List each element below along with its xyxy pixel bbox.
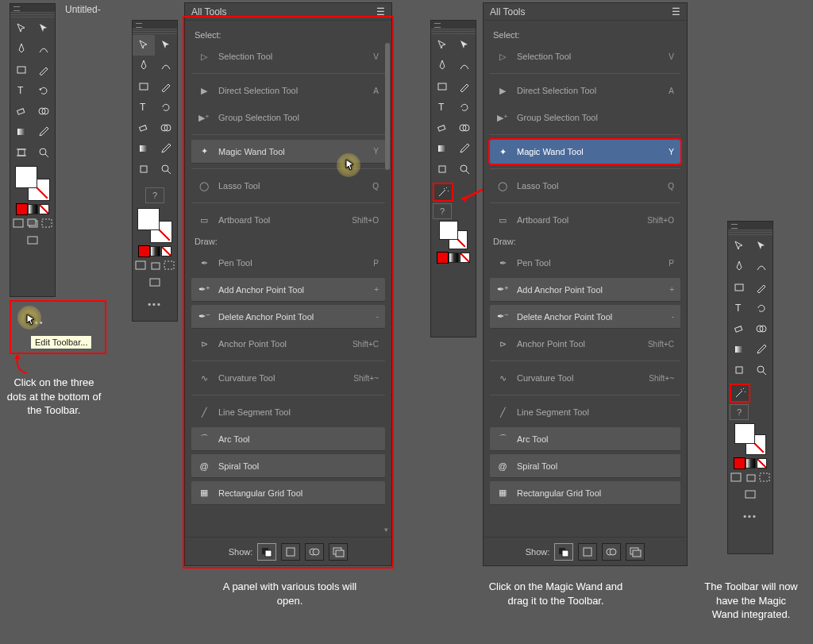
fill-swatch[interactable] (734, 423, 755, 444)
rectangle-tool[interactable] (431, 76, 453, 97)
document-tab[interactable]: Untitled- (59, 2, 107, 17)
none-mode[interactable] (460, 253, 470, 263)
gradient-tool[interactable] (10, 121, 33, 142)
draw-behind[interactable] (26, 218, 40, 229)
show-fill-stroke[interactable] (554, 543, 573, 561)
draw-normal[interactable] (12, 218, 25, 229)
pen-tool[interactable] (133, 56, 155, 76)
draw-behind[interactable] (148, 260, 162, 271)
draw-normal[interactable] (730, 472, 743, 483)
show-screen-mode[interactable] (626, 543, 645, 561)
fill-swatch[interactable] (439, 221, 458, 240)
placeholder-tool[interactable]: ? (433, 203, 452, 219)
none-mode[interactable] (757, 458, 767, 469)
tool-curvature[interactable]: ∿Curvature ToolShift+~ (490, 366, 680, 390)
gradient-mode[interactable] (150, 246, 160, 256)
rotate-tool[interactable] (453, 97, 476, 118)
paintbrush-tool[interactable] (453, 76, 476, 97)
tool-rect-grid[interactable]: ▦Rectangular Grid Tool (490, 481, 680, 505)
panel-menu-icon[interactable]: ☰ (672, 6, 680, 17)
direct-selection-tool[interactable] (33, 18, 55, 39)
zoom-tool[interactable] (33, 142, 55, 163)
draw-inside[interactable] (163, 260, 176, 271)
zoom-tool[interactable] (155, 159, 177, 179)
artboard-tool[interactable] (10, 142, 33, 163)
placeholder-tool[interactable]: ? (730, 404, 749, 420)
eyedropper-tool[interactable] (750, 339, 773, 360)
color-mode[interactable] (734, 458, 745, 469)
draw-normal[interactable] (433, 266, 446, 277)
curvature-tool[interactable] (453, 56, 476, 76)
selection-tool[interactable] (431, 35, 453, 56)
direct-selection-tool[interactable] (453, 35, 476, 56)
paintbrush-tool[interactable] (155, 76, 177, 97)
tool-delete-anchor[interactable]: ✒⁻Delete Anchor Point Tool- (490, 305, 680, 329)
pen-tool[interactable] (431, 56, 453, 76)
tool-add-anchor[interactable]: ✒⁺Add Anchor Point Tool+ (490, 278, 680, 302)
eyedropper-tool[interactable] (155, 138, 177, 159)
none-mode[interactable] (161, 246, 171, 256)
direct-selection-tool[interactable] (155, 35, 177, 56)
shapebuilder-tool[interactable] (155, 118, 177, 138)
draw-inside[interactable] (40, 218, 54, 229)
type-tool[interactable]: T (431, 97, 453, 118)
show-color[interactable] (578, 543, 597, 561)
shapebuilder-tool[interactable] (33, 101, 55, 121)
rotate-tool[interactable] (33, 80, 55, 101)
eraser-tool[interactable] (10, 101, 33, 121)
gradient-mode[interactable] (449, 253, 459, 263)
tool-pen[interactable]: ✒Pen ToolP (490, 251, 680, 275)
draw-inside[interactable] (758, 472, 772, 483)
gradient-tool[interactable] (133, 138, 155, 159)
tool-anchor-point[interactable]: ⊳Anchor Point ToolShift+C (490, 332, 680, 356)
gradient-tool[interactable] (431, 138, 453, 159)
draw-inside[interactable] (461, 266, 475, 277)
eyedropper-tool[interactable] (33, 121, 55, 142)
rectangle-tool[interactable] (133, 76, 155, 97)
screen-mode[interactable] (744, 488, 757, 502)
gradient-tool[interactable] (728, 339, 750, 360)
magic-wand-tool[interactable] (730, 384, 750, 403)
selection-tool[interactable] (728, 236, 750, 256)
selection-tool[interactable] (133, 35, 155, 56)
draw-normal[interactable] (134, 260, 148, 271)
eraser-tool[interactable] (133, 118, 155, 138)
curvature-tool[interactable] (155, 56, 177, 76)
toolbar-grip[interactable] (133, 29, 177, 35)
eyedropper-tool[interactable] (453, 138, 476, 159)
curvature-tool[interactable] (750, 256, 773, 277)
panel-collapse[interactable] (728, 222, 773, 229)
shapebuilder-tool[interactable] (750, 318, 773, 339)
color-mode[interactable] (437, 253, 448, 263)
none-mode[interactable] (39, 204, 49, 214)
edit-toolbar-button[interactable]: ••• (743, 508, 757, 524)
rectangle-tool[interactable] (10, 60, 33, 80)
screen-mode[interactable] (148, 276, 161, 290)
draw-behind[interactable] (744, 472, 757, 483)
type-tool[interactable]: T (133, 97, 155, 118)
color-swatches[interactable] (10, 163, 55, 251)
tool-artboard[interactable]: ▭Artboard ToolShift+O (490, 208, 680, 232)
show-drawing-mode[interactable] (602, 543, 621, 561)
eraser-tool[interactable] (431, 118, 453, 138)
color-mode[interactable] (17, 204, 27, 214)
tool-line-segment[interactable]: ╱Line Segment Tool (490, 400, 680, 424)
tool-selection[interactable]: ▷Selection ToolV (490, 44, 680, 68)
tool-direct-selection[interactable]: ▶Direct Selection ToolA (490, 79, 680, 102)
shapebuilder-tool[interactable] (453, 118, 476, 138)
tool-arc[interactable]: ⌒Arc Tool (490, 427, 680, 451)
screen-mode[interactable] (26, 233, 39, 248)
toolbar-grip[interactable] (728, 229, 773, 236)
tool-magic-wand[interactable]: ✦Magic Wand ToolY (490, 140, 680, 164)
draw-behind[interactable] (447, 266, 460, 277)
tool-group-selection[interactable]: ▶⁺Group Selection Tool (490, 106, 680, 129)
zoom-tool[interactable] (750, 360, 773, 380)
pen-tool[interactable] (10, 39, 33, 60)
toolbar-grip[interactable] (431, 29, 476, 35)
tool-spiral[interactable]: @Spiral Tool (490, 454, 680, 478)
gradient-mode[interactable] (746, 458, 756, 469)
artboard-tool[interactable] (431, 159, 453, 179)
placeholder-tool[interactable]: ? (145, 187, 164, 203)
curvature-tool[interactable] (33, 39, 55, 60)
magic-wand-drop-target[interactable] (433, 183, 453, 202)
